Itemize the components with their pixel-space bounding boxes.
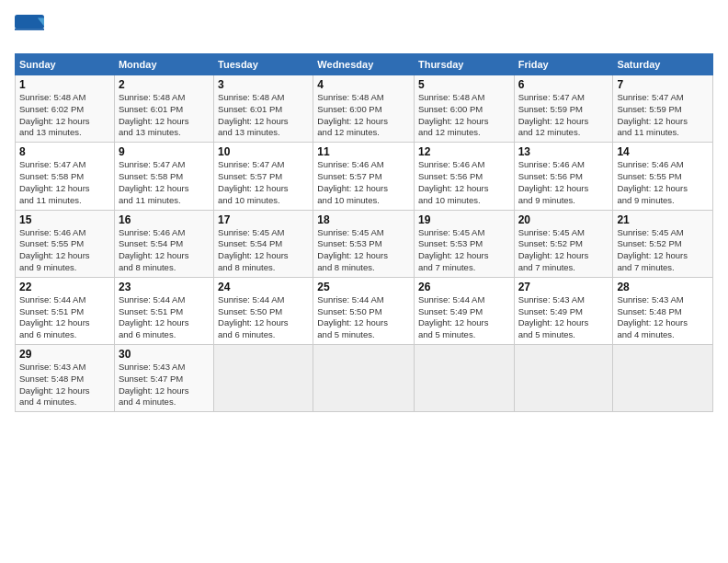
day-number: 27: [518, 281, 609, 293]
day-number: 15: [19, 213, 110, 226]
calendar-cell: 8Sunrise: 5:47 AMSunset: 5:58 PMDaylight…: [16, 143, 115, 210]
day-info: Sunrise: 5:48 AMSunset: 6:00 PMDaylight:…: [418, 92, 510, 139]
day-info: Sunrise: 5:44 AMSunset: 5:51 PMDaylight:…: [19, 294, 110, 341]
calendar-cell: 12Sunrise: 5:46 AMSunset: 5:56 PMDayligh…: [414, 143, 514, 210]
day-number: 10: [218, 145, 309, 158]
calendar-cell: 16Sunrise: 5:46 AMSunset: 5:54 PMDayligh…: [114, 210, 213, 277]
calendar-cell: 3Sunrise: 5:48 AMSunset: 6:01 PMDaylight…: [214, 75, 313, 143]
calendar-cell: 27Sunrise: 5:43 AMSunset: 5:49 PMDayligh…: [514, 277, 613, 344]
day-info: Sunrise: 5:47 AMSunset: 5:58 PMDaylight:…: [19, 159, 110, 206]
day-number: 24: [218, 281, 309, 293]
day-info: Sunrise: 5:43 AMSunset: 5:48 PMDaylight:…: [617, 294, 709, 341]
day-number: 18: [317, 213, 410, 226]
calendar-cell: 1Sunrise: 5:48 AMSunset: 6:02 PMDaylight…: [16, 75, 115, 143]
day-number: 5: [418, 78, 510, 91]
day-number: 23: [119, 281, 210, 293]
calendar-cell: 28Sunrise: 5:43 AMSunset: 5:48 PMDayligh…: [613, 277, 713, 344]
day-number: 20: [518, 213, 609, 226]
day-number: 19: [418, 213, 510, 226]
calendar-cell: 5Sunrise: 5:48 AMSunset: 6:00 PMDaylight…: [414, 75, 514, 143]
day-number: 25: [317, 281, 410, 293]
day-info: Sunrise: 5:44 AMSunset: 5:50 PMDaylight:…: [317, 294, 410, 341]
calendar-cell: 14Sunrise: 5:46 AMSunset: 5:55 PMDayligh…: [613, 143, 713, 210]
day-info: Sunrise: 5:43 AMSunset: 5:47 PMDaylight:…: [119, 362, 210, 408]
day-info: Sunrise: 5:47 AMSunset: 5:59 PMDaylight:…: [518, 92, 609, 139]
calendar-cell: 23Sunrise: 5:44 AMSunset: 5:51 PMDayligh…: [114, 277, 213, 344]
day-info: Sunrise: 5:48 AMSunset: 6:01 PMDaylight:…: [119, 92, 210, 139]
day-number: 21: [617, 213, 709, 226]
day-number: 3: [218, 78, 309, 91]
calendar-cell: [313, 345, 415, 412]
calendar-cell: 9Sunrise: 5:47 AMSunset: 5:58 PMDaylight…: [114, 143, 213, 210]
calendar-cell: [214, 345, 313, 412]
calendar-cell: 25Sunrise: 5:44 AMSunset: 5:50 PMDayligh…: [313, 277, 415, 344]
general-blue-logo-icon: [15, 15, 44, 44]
calendar-cell: [613, 345, 713, 412]
day-info: Sunrise: 5:46 AMSunset: 5:54 PMDaylight:…: [119, 227, 210, 274]
calendar-table: SundayMondayTuesdayWednesdayThursdayFrid…: [15, 53, 713, 412]
calendar-cell: 13Sunrise: 5:46 AMSunset: 5:56 PMDayligh…: [514, 143, 613, 210]
day-info: Sunrise: 5:48 AMSunset: 6:01 PMDaylight:…: [218, 92, 309, 139]
day-number: 30: [119, 348, 210, 361]
day-info: Sunrise: 5:45 AMSunset: 5:52 PMDaylight:…: [617, 227, 709, 274]
day-info: Sunrise: 5:44 AMSunset: 5:50 PMDaylight:…: [218, 294, 309, 341]
calendar-cell: 11Sunrise: 5:46 AMSunset: 5:57 PMDayligh…: [313, 143, 415, 210]
day-number: 29: [19, 348, 110, 361]
weekday-header-tuesday: Tuesday: [214, 54, 313, 75]
day-info: Sunrise: 5:47 AMSunset: 5:59 PMDaylight:…: [617, 92, 709, 139]
day-number: 14: [617, 145, 709, 158]
calendar-cell: 7Sunrise: 5:47 AMSunset: 5:59 PMDaylight…: [613, 75, 713, 143]
calendar-cell: 15Sunrise: 5:46 AMSunset: 5:55 PMDayligh…: [16, 210, 115, 277]
calendar-cell: 19Sunrise: 5:45 AMSunset: 5:53 PMDayligh…: [414, 210, 514, 277]
logo: [15, 15, 48, 44]
calendar-cell: 6Sunrise: 5:47 AMSunset: 5:59 PMDaylight…: [514, 75, 613, 143]
calendar-cell: [514, 345, 613, 412]
weekday-header-saturday: Saturday: [613, 54, 713, 75]
calendar-cell: 22Sunrise: 5:44 AMSunset: 5:51 PMDayligh…: [16, 277, 115, 344]
day-info: Sunrise: 5:45 AMSunset: 5:54 PMDaylight:…: [218, 227, 309, 274]
day-number: 16: [119, 213, 210, 226]
day-info: Sunrise: 5:46 AMSunset: 5:55 PMDaylight:…: [19, 227, 110, 274]
calendar-cell: 24Sunrise: 5:44 AMSunset: 5:50 PMDayligh…: [214, 277, 313, 344]
day-number: 11: [317, 145, 410, 158]
day-number: 4: [317, 78, 410, 91]
day-number: 6: [518, 78, 609, 91]
svg-rect-2: [15, 29, 44, 44]
day-number: 2: [119, 78, 210, 91]
day-info: Sunrise: 5:47 AMSunset: 5:58 PMDaylight:…: [119, 159, 210, 206]
calendar-cell: 30Sunrise: 5:43 AMSunset: 5:47 PMDayligh…: [114, 345, 213, 412]
day-info: Sunrise: 5:43 AMSunset: 5:48 PMDaylight:…: [19, 362, 110, 408]
day-number: 22: [19, 281, 110, 293]
weekday-header-friday: Friday: [514, 54, 613, 75]
day-number: 9: [119, 145, 210, 158]
day-info: Sunrise: 5:48 AMSunset: 6:00 PMDaylight:…: [317, 92, 410, 139]
day-info: Sunrise: 5:45 AMSunset: 5:53 PMDaylight:…: [418, 227, 510, 274]
weekday-header-thursday: Thursday: [414, 54, 514, 75]
calendar-cell: 18Sunrise: 5:45 AMSunset: 5:53 PMDayligh…: [313, 210, 415, 277]
day-info: Sunrise: 5:48 AMSunset: 6:02 PMDaylight:…: [19, 92, 110, 139]
day-number: 8: [19, 145, 110, 158]
day-info: Sunrise: 5:46 AMSunset: 5:56 PMDaylight:…: [418, 159, 510, 206]
day-number: 7: [617, 78, 709, 91]
calendar-cell: 21Sunrise: 5:45 AMSunset: 5:52 PMDayligh…: [613, 210, 713, 277]
svg-rect-3: [15, 29, 44, 30]
calendar-cell: 17Sunrise: 5:45 AMSunset: 5:54 PMDayligh…: [214, 210, 313, 277]
day-number: 1: [19, 78, 110, 91]
day-number: 28: [617, 281, 709, 293]
day-info: Sunrise: 5:46 AMSunset: 5:56 PMDaylight:…: [518, 159, 609, 206]
day-number: 13: [518, 145, 609, 158]
day-number: 12: [418, 145, 510, 158]
calendar-cell: 29Sunrise: 5:43 AMSunset: 5:48 PMDayligh…: [16, 345, 115, 412]
day-number: 17: [218, 213, 309, 226]
day-info: Sunrise: 5:45 AMSunset: 5:52 PMDaylight:…: [518, 227, 609, 274]
calendar-cell: 4Sunrise: 5:48 AMSunset: 6:00 PMDaylight…: [313, 75, 415, 143]
calendar-cell: [414, 345, 514, 412]
day-number: 26: [418, 281, 510, 293]
day-info: Sunrise: 5:46 AMSunset: 5:57 PMDaylight:…: [317, 159, 410, 206]
calendar-cell: 10Sunrise: 5:47 AMSunset: 5:57 PMDayligh…: [214, 143, 313, 210]
svg-rect-1: [15, 15, 44, 29]
day-info: Sunrise: 5:47 AMSunset: 5:57 PMDaylight:…: [218, 159, 309, 206]
day-info: Sunrise: 5:45 AMSunset: 5:53 PMDaylight:…: [317, 227, 410, 274]
day-info: Sunrise: 5:46 AMSunset: 5:55 PMDaylight:…: [617, 159, 709, 206]
weekday-header-wednesday: Wednesday: [313, 54, 415, 75]
